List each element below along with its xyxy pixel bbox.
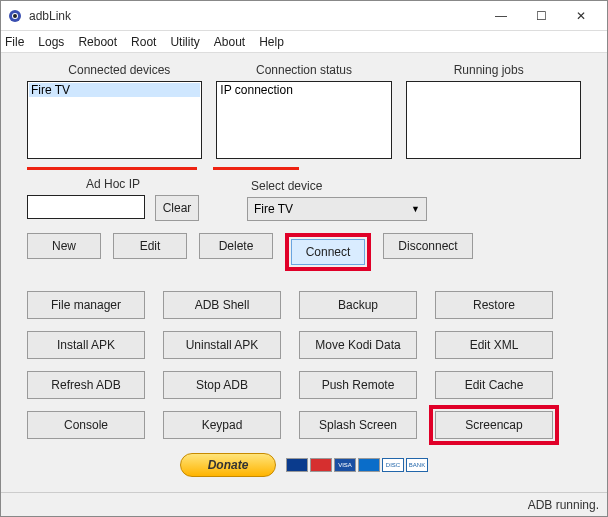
stop-adb-button[interactable]: Stop ADB xyxy=(163,371,281,399)
donate-button[interactable]: Donate xyxy=(180,453,276,477)
move-kodi-button[interactable]: Move Kodi Data xyxy=(299,331,417,359)
restore-button[interactable]: Restore xyxy=(435,291,553,319)
keypad-button[interactable]: Keypad xyxy=(163,411,281,439)
clear-button[interactable]: Clear xyxy=(155,195,199,221)
menubar: File Logs Reboot Root Utility About Help xyxy=(1,31,607,53)
install-apk-button[interactable]: Install APK xyxy=(27,331,145,359)
refresh-adb-button[interactable]: Refresh ADB xyxy=(27,371,145,399)
statusbar: ADB running. xyxy=(1,492,607,516)
annotation-highlight: Connect xyxy=(285,233,371,271)
status-text: ADB running. xyxy=(528,498,599,512)
adhoc-ip-label: Ad Hoc IP xyxy=(27,177,199,191)
window-title: adbLink xyxy=(29,9,481,23)
select-device-label: Select device xyxy=(251,179,581,193)
backup-button[interactable]: Backup xyxy=(299,291,417,319)
running-jobs-label: Running jobs xyxy=(396,63,581,77)
payment-cards-icon: VISA DISC BANK xyxy=(286,458,428,472)
menu-logs[interactable]: Logs xyxy=(38,35,64,49)
adhoc-ip-input[interactable] xyxy=(27,195,145,219)
chevron-down-icon: ▼ xyxy=(411,204,420,214)
annotation-line xyxy=(213,167,299,170)
push-remote-button[interactable]: Push Remote xyxy=(299,371,417,399)
titlebar: adbLink — ☐ ✕ xyxy=(1,1,607,31)
connection-status-label: Connection status xyxy=(212,63,397,77)
connected-devices-list[interactable]: Fire TV xyxy=(27,81,202,159)
edit-cache-button[interactable]: Edit Cache xyxy=(435,371,553,399)
screencap-button[interactable]: Screencap xyxy=(435,411,553,439)
device-select[interactable]: Fire TV ▼ xyxy=(247,197,427,221)
minimize-button[interactable]: — xyxy=(481,2,521,30)
uninstall-apk-button[interactable]: Uninstall APK xyxy=(163,331,281,359)
connection-status-list[interactable]: IP connection xyxy=(216,81,391,159)
menu-help[interactable]: Help xyxy=(259,35,284,49)
close-button[interactable]: ✕ xyxy=(561,2,601,30)
running-jobs-list[interactable] xyxy=(406,81,581,159)
file-manager-button[interactable]: File manager xyxy=(27,291,145,319)
menu-file[interactable]: File xyxy=(5,35,24,49)
disconnect-button[interactable]: Disconnect xyxy=(383,233,473,259)
menu-root[interactable]: Root xyxy=(131,35,156,49)
adb-shell-button[interactable]: ADB Shell xyxy=(163,291,281,319)
connect-button[interactable]: Connect xyxy=(291,239,365,265)
menu-about[interactable]: About xyxy=(214,35,245,49)
app-icon xyxy=(7,8,23,24)
menu-utility[interactable]: Utility xyxy=(170,35,199,49)
list-item: IP connection xyxy=(218,83,389,97)
edit-xml-button[interactable]: Edit XML xyxy=(435,331,553,359)
edit-button[interactable]: Edit xyxy=(113,233,187,259)
maximize-button[interactable]: ☐ xyxy=(521,2,561,30)
annotation-highlight: Screencap xyxy=(429,405,559,445)
device-select-value: Fire TV xyxy=(254,202,293,216)
splash-screen-button[interactable]: Splash Screen xyxy=(299,411,417,439)
annotation-line xyxy=(27,167,197,170)
list-item[interactable]: Fire TV xyxy=(29,83,200,97)
console-button[interactable]: Console xyxy=(27,411,145,439)
connected-devices-label: Connected devices xyxy=(27,63,212,77)
delete-button[interactable]: Delete xyxy=(199,233,273,259)
new-button[interactable]: New xyxy=(27,233,101,259)
svg-point-2 xyxy=(13,14,17,18)
menu-reboot[interactable]: Reboot xyxy=(78,35,117,49)
